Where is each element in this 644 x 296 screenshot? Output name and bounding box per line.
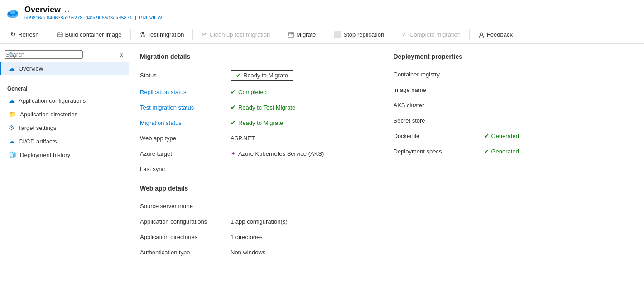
general-section-label: General xyxy=(0,81,129,94)
clean-up-label: Clean up test migration xyxy=(209,31,270,38)
app-config-label: Application configurations xyxy=(19,97,86,104)
aks-cluster-row: AKS cluster xyxy=(394,97,634,113)
replication-check-icon: ✔ xyxy=(231,88,236,95)
test-migration-button[interactable]: ⚗ Test migration xyxy=(135,28,189,41)
migration-status-row: Migration status ✔ Ready to Migrate xyxy=(140,115,380,130)
build-container-image-button[interactable]: Build container image xyxy=(52,28,127,41)
feedback-button[interactable]: Feedback xyxy=(473,28,518,41)
sidebar-divider-1 xyxy=(0,78,129,78)
deployment-specs-value: ✔ Generated xyxy=(484,148,519,155)
deployment-specs-check-icon: ✔ xyxy=(484,148,489,155)
overview-label: Overview xyxy=(19,65,43,72)
sidebar-item-target-settings[interactable]: ⚙ Target settings xyxy=(0,121,129,134)
container-registry-label: Container registry xyxy=(394,71,484,78)
deployment-specs-label: Deployment specs xyxy=(394,148,484,155)
source-server-label: Source server name xyxy=(140,203,231,210)
migrate-icon xyxy=(288,31,294,38)
replication-status-text: Completed xyxy=(238,89,267,95)
app-logo xyxy=(5,5,20,20)
deployment-history-icon: 🧊 xyxy=(9,151,16,158)
target-settings-icon: ⚙ xyxy=(9,124,14,131)
last-sync-row: Last sync xyxy=(140,161,380,177)
azure-target-text: Azure Kubernetes Service (AKS) xyxy=(238,150,324,157)
migration-details-title: Migration details xyxy=(140,53,380,60)
test-migration-check-icon: ✔ xyxy=(231,104,236,111)
status-box: ✔ Ready to Migrate xyxy=(231,70,293,81)
migration-check-icon: ✔ xyxy=(231,119,236,126)
app-dir-label: Application directories xyxy=(20,111,77,118)
replication-status-label[interactable]: Replication status xyxy=(140,89,231,95)
feedback-icon xyxy=(478,31,485,38)
deployment-history-label: Deployment history xyxy=(20,152,70,158)
app-directories-label: Application directories xyxy=(140,234,231,240)
sidebar-item-overview[interactable]: ☁ Overview xyxy=(0,62,129,75)
dockerfile-generated-text: Generated xyxy=(491,133,519,139)
replication-status-value: ✔ Completed xyxy=(231,88,267,95)
refresh-icon: ↻ xyxy=(10,31,16,38)
migration-status-label[interactable]: Migration status xyxy=(140,119,231,126)
test-migration-label: Test migration xyxy=(148,31,184,38)
migrate-button[interactable]: Migrate xyxy=(283,28,321,41)
content-area: Migration details Status ✔ Ready to Migr… xyxy=(129,44,644,296)
title-ellipsis[interactable]: ... xyxy=(64,6,70,13)
dockerfile-check-icon: ✔ xyxy=(484,133,489,139)
replication-status-row: Replication status ✔ Completed xyxy=(140,84,380,100)
app-header: Overview ... b09806da640638a295278e040c9… xyxy=(0,0,644,25)
app-directories-value: 1 directories xyxy=(231,234,263,240)
web-app-type-value: ASP.NET xyxy=(231,135,255,142)
stop-replication-icon: ⬜ xyxy=(334,31,341,38)
migration-status-text: Ready to Migrate xyxy=(238,119,283,126)
azure-target-row: Azure target ✦ Azure Kubernetes Service … xyxy=(140,146,380,161)
stop-replication-label: Stop replication xyxy=(344,31,384,38)
dockerfile-label: Dockerfile xyxy=(394,133,484,139)
overview-icon: ☁ xyxy=(9,65,15,72)
sidebar-top-row: 🔍 « xyxy=(0,48,129,62)
stop-replication-button[interactable]: ⬜ Stop replication xyxy=(329,28,389,41)
secret-store-value: - xyxy=(484,117,486,124)
auth-type-value: Non windows xyxy=(231,249,265,256)
web-app-details-section: Web app details Source server name Appli… xyxy=(140,185,380,260)
source-server-row: Source server name xyxy=(140,198,380,214)
migration-details-col: Migration details Status ✔ Ready to Migr… xyxy=(140,53,380,260)
dockerfile-row: Dockerfile ✔ Generated xyxy=(394,128,634,143)
clean-up-button[interactable]: ✂ Clean up test migration xyxy=(197,28,275,41)
deployment-specs-generated-text: Generated xyxy=(491,148,519,155)
sidebar-item-application-configurations[interactable]: ☁ Application configurations xyxy=(0,94,129,107)
search-icon: 🔍 xyxy=(8,51,15,58)
status-check-icon: ✔ xyxy=(236,72,241,79)
sep7 xyxy=(469,29,470,40)
complete-migration-button[interactable]: ✓ Complete migration xyxy=(397,28,466,41)
collapse-sidebar-button[interactable]: « xyxy=(117,49,125,61)
web-app-details-title: Web app details xyxy=(140,185,380,192)
sep2 xyxy=(130,29,131,40)
refresh-label: Refresh xyxy=(18,31,39,38)
search-wrap: 🔍 xyxy=(5,50,113,59)
svg-rect-4 xyxy=(57,33,62,37)
app-config-icon: ☁ xyxy=(9,97,15,104)
svg-point-10 xyxy=(480,33,483,35)
test-migration-status-text: Ready to Test Migrate xyxy=(238,104,295,111)
test-migration-status-value: ✔ Ready to Test Migrate xyxy=(231,104,295,111)
aks-icon: ✦ xyxy=(231,150,236,157)
sidebar-item-application-directories[interactable]: 📁 Application directories xyxy=(0,107,129,121)
azure-target-value: ✦ Azure Kubernetes Service (AKS) xyxy=(231,150,324,157)
search-container: 🔍 xyxy=(0,48,117,62)
target-settings-label: Target settings xyxy=(18,124,57,131)
app-directories-row: Application directories 1 directories xyxy=(140,229,380,244)
secret-store-row: Secret store - xyxy=(394,113,634,128)
search-input[interactable] xyxy=(5,50,83,59)
toolbar: ↻ Refresh Build container image ⚗ Test m… xyxy=(0,25,644,44)
test-migration-status-label[interactable]: Test migration status xyxy=(140,104,231,111)
web-app-type-row: Web app type ASP.NET xyxy=(140,130,380,146)
last-sync-label: Last sync xyxy=(140,166,231,172)
sidebar-item-cicd-artifacts[interactable]: ☁ CI/CD artifacts xyxy=(0,134,129,148)
build-icon xyxy=(57,31,63,38)
refresh-button[interactable]: ↻ Refresh xyxy=(5,28,44,41)
sep6 xyxy=(393,29,393,40)
build-label: Build container image xyxy=(65,31,122,38)
sidebar-item-deployment-history[interactable]: 🧊 Deployment history xyxy=(0,148,129,162)
sep3 xyxy=(192,29,193,40)
deployment-specs-row: Deployment specs ✔ Generated xyxy=(394,143,634,159)
cicd-icon: ☁ xyxy=(9,138,15,145)
sep5 xyxy=(325,29,325,40)
